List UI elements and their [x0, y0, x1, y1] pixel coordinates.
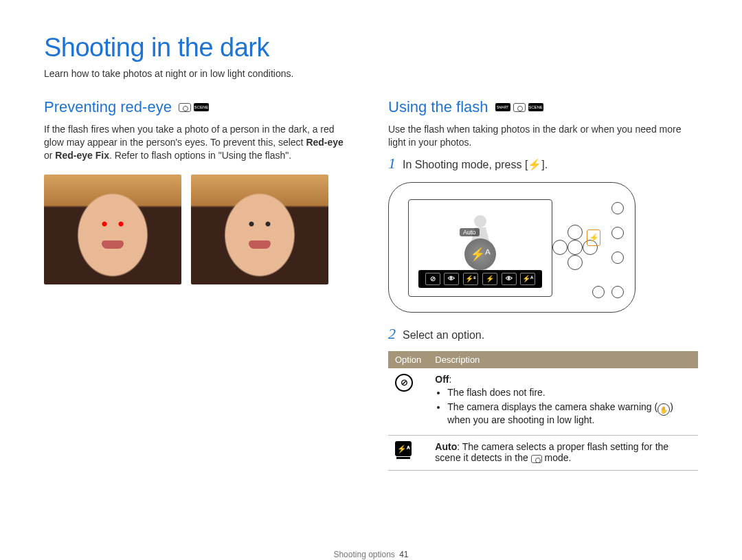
- d-pad-left-icon: [552, 240, 567, 255]
- scene-mode-icon: SCENE: [194, 103, 209, 111]
- round-button-icon: [611, 202, 624, 214]
- page-title: Shooting in the dark: [44, 33, 698, 63]
- flash-option-redeyefix-icon: 👁: [502, 273, 517, 285]
- option-title: Auto: [435, 441, 457, 452]
- table-row: ⚡ᴬ Auto: The camera selects a proper fla…: [388, 436, 698, 471]
- text-fragment: or: [44, 150, 55, 161]
- round-button-icon: [611, 286, 624, 298]
- option-title: Off: [435, 374, 449, 385]
- smart-auto-inline-icon: [531, 455, 542, 463]
- flash-option-fill-icon: ⚡: [482, 273, 497, 285]
- section-heading-using-flash: Using the flash SMART SCENE: [388, 98, 698, 116]
- flash-options-table: Option Description ⊘ Off: The flash does…: [388, 351, 698, 471]
- camera-mode-icon: [513, 103, 526, 112]
- section-heading-text: Preventing red-eye: [44, 98, 172, 116]
- photo-red-eye-after: [191, 175, 328, 284]
- scene-mode-icon: SCENE: [528, 103, 543, 111]
- option-description-cell: Auto: The camera selects a proper flash …: [428, 436, 698, 471]
- redeye-example-photos: [44, 175, 354, 284]
- text-fragment: In Shooting mode, press [: [403, 159, 528, 170]
- camera-mode-icon: [531, 455, 542, 463]
- option-description-cell: Off: The flash does not fire. The camera…: [428, 368, 698, 436]
- step-1: 1 In Shooting mode, press [⚡].: [388, 155, 698, 172]
- table-row: ⊘ Off: The flash does not fire. The came…: [388, 368, 698, 436]
- redeye-body: If the flash fires when you take a photo…: [44, 123, 354, 162]
- flash-option-redeye-icon: 👁: [444, 273, 459, 285]
- d-pad-up-icon: [567, 225, 583, 240]
- text-fragment: If the flash fires when you take a photo…: [44, 124, 335, 148]
- list-item: The flash does not fire.: [447, 386, 691, 399]
- flash-option-slowsync-icon: ⚡ˢ: [463, 273, 478, 285]
- bold-red-eye-fix: Red-eye Fix: [55, 150, 109, 161]
- flash-auto-indicator: Auto ⚡ᴬ: [457, 225, 504, 256]
- footer-section: Shooting options: [333, 550, 394, 559]
- text-fragment: . Refer to flash options in "Using the f…: [109, 150, 291, 161]
- flash-auto-icon: ⚡ᴬ: [464, 238, 496, 270]
- manual-page: Shooting in the dark Learn how to take p…: [0, 0, 742, 560]
- round-button-icon: [611, 251, 624, 264]
- d-pad-ok-icon: [567, 240, 583, 255]
- camera-rear-diagram: Auto ⚡ᴬ ⊘ 👁 ⚡ˢ ⚡ 👁 ⚡ᴬ: [388, 182, 636, 313]
- flash-off-icon: ⊘: [395, 374, 413, 392]
- page-intro: Learn how to take photos at night or in …: [44, 68, 698, 79]
- flash-option-off-icon: ⊘: [425, 273, 440, 285]
- side-buttons: [611, 202, 624, 264]
- bold-red-eye: Red-eye: [306, 137, 343, 148]
- flash-option-auto-icon: ⚡ᴬ: [520, 273, 535, 285]
- step-number: 2: [388, 325, 396, 343]
- step-2-text: Select an option.: [403, 329, 484, 341]
- col-header-option: Option: [388, 351, 428, 368]
- section-heading-preventing-red-eye: Preventing red-eye SCENE: [44, 98, 354, 116]
- round-button-icon: [592, 286, 605, 298]
- flash-options-bar: ⊘ 👁 ⚡ˢ ⚡ 👁 ⚡ᴬ: [418, 270, 542, 288]
- mode-icons-redeye: SCENE: [179, 103, 209, 112]
- list-item: The camera displays the camera shake war…: [447, 401, 691, 427]
- mode-icons-flash: SMART SCENE: [495, 103, 543, 112]
- footer-page-number: 41: [399, 550, 408, 559]
- camera-mode-icon: [179, 103, 191, 112]
- step-2: 2 Select an option.: [388, 325, 698, 343]
- camera-shake-icon: ✋: [657, 403, 670, 416]
- columns: Preventing red-eye SCENE If the flash fi…: [44, 98, 698, 471]
- photo-red-eye-before: [44, 175, 181, 284]
- option-icon-cell: ⚡ᴬ: [388, 436, 428, 471]
- option-icon-cell: ⊘: [388, 368, 428, 436]
- flash-body: Use the flash when taking photos in the …: [388, 123, 698, 149]
- step-1-text: In Shooting mode, press [⚡].: [403, 158, 548, 171]
- flash-hardware-button-highlight: ⚡: [587, 229, 600, 246]
- d-pad-down-icon: [567, 255, 583, 270]
- smart-auto-mode-icon: SMART: [495, 103, 510, 111]
- flash-button-icon: ⚡: [528, 159, 541, 170]
- auto-label: Auto: [460, 228, 480, 236]
- camera-lcd: Auto ⚡ᴬ ⊘ 👁 ⚡ˢ ⚡ 👁 ⚡ᴬ: [408, 199, 552, 297]
- text-fragment: ].: [541, 159, 548, 170]
- step-number: 1: [388, 155, 396, 172]
- option-bullets: The flash does not fire. The camera disp…: [447, 386, 691, 427]
- flash-smart-auto-icon: ⚡ᴬ: [395, 441, 412, 456]
- section-heading-text: Using the flash: [388, 98, 488, 116]
- corner-buttons: [592, 286, 624, 298]
- left-column: Preventing red-eye SCENE If the flash fi…: [44, 98, 354, 471]
- right-column: Using the flash SMART SCENE Use the flas…: [388, 98, 698, 471]
- round-button-icon: [611, 227, 624, 239]
- page-footer: Shooting options 41: [44, 550, 698, 559]
- text-fragment: mode.: [542, 452, 572, 463]
- col-header-description: Description: [428, 351, 698, 368]
